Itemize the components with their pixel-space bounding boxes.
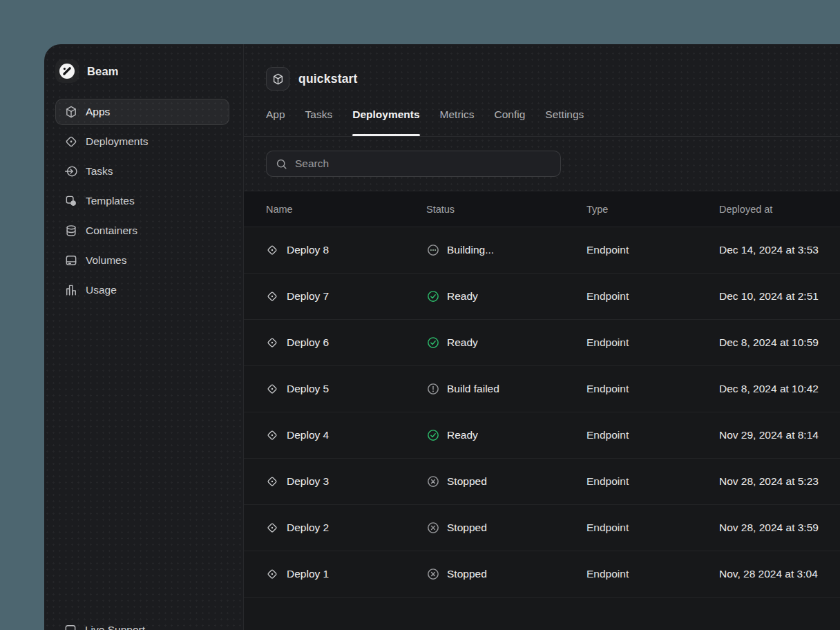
type-cell: Endpoint <box>586 475 719 488</box>
deployment-name: Deploy 1 <box>287 568 329 580</box>
diamond-icon <box>266 244 278 256</box>
status-label: Ready <box>447 429 478 441</box>
app-cube-icon <box>266 67 289 90</box>
brand[interactable]: Beam <box>55 58 229 84</box>
status-label: Ready <box>447 290 478 303</box>
diamond-icon <box>266 522 278 534</box>
arrow-circle-icon <box>64 164 78 178</box>
diamond-icon <box>266 336 278 349</box>
deployment-name: Deploy 5 <box>287 383 329 395</box>
sidebar-item-label: Containers <box>86 225 137 237</box>
deployment-name-cell: Deploy 6 <box>266 336 426 349</box>
tab-deployments[interactable]: Deployments <box>352 108 419 136</box>
sidebar-item-containers[interactable]: Containers <box>55 218 229 244</box>
deployment-name-cell: Deploy 3 <box>266 475 426 488</box>
sidebar-item-volumes[interactable]: Volumes <box>55 247 229 274</box>
deployed-at-cell: Nov, 28 2024 at 3:04 <box>719 568 840 580</box>
column-header-name: Name <box>266 204 426 215</box>
diamond-icon <box>266 383 278 395</box>
status-cell: Ready <box>426 289 586 303</box>
sidebar-item-templates[interactable]: Templates <box>55 188 229 214</box>
circle-x-icon <box>426 567 440 581</box>
cube-icon <box>64 105 78 119</box>
deployment-name-cell: Deploy 8 <box>266 244 426 256</box>
status-label: Stopped <box>447 475 487 488</box>
live-support-label: Live Support <box>85 624 145 630</box>
status-label: Ready <box>447 336 478 349</box>
table-row[interactable]: Deploy 6ReadyEndpointDec 8, 2024 at 10:5… <box>244 320 840 366</box>
tab-config[interactable]: Config <box>495 108 526 136</box>
deployed-at-cell: Dec 8, 2024 at 10:59 <box>719 336 840 349</box>
table-row[interactable]: Deploy 4ReadyEndpointNov 29, 2024 at 8:1… <box>244 412 840 459</box>
sidebar-item-label: Volumes <box>86 254 126 267</box>
search-box[interactable] <box>266 151 561 177</box>
deployment-name-cell: Deploy 5 <box>266 383 426 395</box>
sidebar-item-live-support[interactable]: Live Support <box>64 622 145 630</box>
tab-metrics[interactable]: Metrics <box>440 108 475 136</box>
type-cell: Endpoint <box>586 336 719 349</box>
diamond-icon <box>266 475 278 488</box>
status-cell: Build failed <box>426 382 586 396</box>
type-cell: Endpoint <box>586 568 719 580</box>
circle-check-icon <box>426 289 440 303</box>
sidebar-item-label: Usage <box>86 284 117 296</box>
deployment-name: Deploy 6 <box>287 336 329 349</box>
bar-chart-icon <box>64 283 78 297</box>
tab-app[interactable]: App <box>266 108 285 136</box>
deployed-at-cell: Nov 28, 2024 at 3:59 <box>719 522 840 534</box>
column-header-type: Type <box>586 204 719 215</box>
sidebar-item-apps[interactable]: Apps <box>55 99 229 125</box>
table-row[interactable]: Deploy 1StoppedEndpointNov, 28 2024 at 3… <box>244 551 840 598</box>
search-input[interactable] <box>295 158 552 170</box>
circle-check-icon <box>426 428 440 442</box>
deployments-table: NameStatusTypeDeployed at Deploy 8Buildi… <box>244 191 840 630</box>
deployment-name-cell: Deploy 1 <box>266 568 426 580</box>
type-cell: Endpoint <box>586 429 719 441</box>
beam-logo-icon <box>55 59 79 83</box>
table-row[interactable]: Deploy 5Build failedEndpointDec 8, 2024 … <box>244 366 840 412</box>
status-label: Building... <box>447 244 494 256</box>
table-row[interactable]: Deploy 2StoppedEndpointNov 28, 2024 at 3… <box>244 505 840 551</box>
sidebar-item-deployments[interactable]: Deployments <box>55 128 229 155</box>
sidebar-item-label: Tasks <box>86 165 113 178</box>
hard-drive-icon <box>64 254 78 267</box>
tab-settings[interactable]: Settings <box>545 108 584 136</box>
deployment-name-cell: Deploy 4 <box>266 429 426 441</box>
table-row[interactable]: Deploy 7ReadyEndpointDec 10, 2024 at 2:5… <box>244 274 840 320</box>
cube-icon <box>271 73 285 86</box>
toolbar <box>244 137 840 191</box>
column-header-status: Status <box>426 204 586 215</box>
sidebar-item-usage[interactable]: Usage <box>55 277 229 303</box>
chat-bubble-icon <box>64 623 77 630</box>
brand-name: Beam <box>87 65 119 78</box>
circle-ellipsis-icon <box>426 243 440 257</box>
sidebar-item-label: Apps <box>86 106 110 118</box>
sidebar: Beam AppsDeploymentsTasksTemplatesContai… <box>44 44 243 630</box>
diamond-icon <box>266 429 278 441</box>
sidebar-item-tasks[interactable]: Tasks <box>55 158 229 184</box>
circle-alert-icon <box>426 382 440 396</box>
status-cell: Ready <box>426 336 586 350</box>
deployment-name: Deploy 4 <box>287 429 329 441</box>
diamond-icon <box>266 568 278 580</box>
tab-tasks[interactable]: Tasks <box>305 108 333 136</box>
diamond-icon <box>266 290 278 303</box>
sidebar-nav: AppsDeploymentsTasksTemplatesContainersV… <box>55 99 229 303</box>
status-cell: Stopped <box>426 475 586 488</box>
app-header: quickstart <box>244 44 840 90</box>
table-row[interactable]: Deploy 8Building...EndpointDec 14, 2024 … <box>244 227 840 274</box>
deployment-name: Deploy 7 <box>287 290 329 303</box>
type-cell: Endpoint <box>586 244 719 256</box>
table-row[interactable]: Deploy 3StoppedEndpointNov 28, 2024 at 5… <box>244 459 840 505</box>
status-cell: Stopped <box>426 521 586 535</box>
type-cell: Endpoint <box>586 290 719 303</box>
deployment-name: Deploy 3 <box>287 475 329 488</box>
type-cell: Endpoint <box>586 383 719 395</box>
main-content: quickstart AppTasksDeploymentsMetricsCon… <box>243 44 840 630</box>
circle-check-icon <box>426 336 440 350</box>
status-cell: Ready <box>426 428 586 442</box>
deployment-name-cell: Deploy 2 <box>266 522 426 534</box>
deployment-name: Deploy 2 <box>287 522 329 534</box>
app-window: Beam AppsDeploymentsTasksTemplatesContai… <box>44 44 840 630</box>
deployed-at-cell: Nov 29, 2024 at 8:14 <box>719 429 840 441</box>
